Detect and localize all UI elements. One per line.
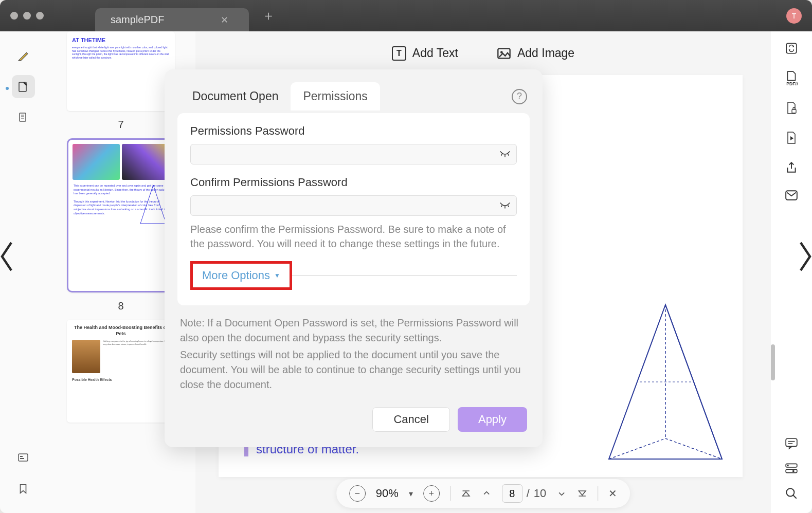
tab-permissions[interactable]: Permissions (291, 82, 380, 111)
prev-page-button[interactable] (481, 488, 492, 499)
highlighter-tool[interactable] (12, 44, 35, 67)
close-tab-icon[interactable]: ✕ (221, 14, 228, 26)
help-button[interactable]: ? (512, 89, 527, 104)
confirm-hint: Please confirm the Permissions Password.… (190, 222, 517, 251)
add-text-label: Add Text (412, 46, 458, 60)
minimize-window-icon[interactable] (23, 12, 31, 20)
zoom-in-button[interactable]: + (423, 485, 440, 502)
bookmark-tool[interactable] (12, 477, 35, 500)
traffic-lights (10, 12, 44, 20)
security-modal: Document Open Permissions ? Permissions … (165, 69, 543, 447)
page-thumbnail-7[interactable]: AT THETIME everyone thought that white l… (67, 31, 175, 111)
pdfa-button[interactable]: PDF/A (785, 70, 798, 86)
thumb-number-8: 8 (118, 300, 123, 312)
svg-point-21 (786, 488, 794, 496)
thumb7-title: AT THETIME (72, 36, 170, 44)
thumb9-title: The Health and Mood-Boosting Benefits of… (72, 325, 170, 337)
avatar[interactable]: T (786, 8, 802, 24)
comment-button[interactable] (785, 437, 798, 450)
text-icon: T (392, 46, 406, 61)
permissions-password-input[interactable] (190, 144, 517, 164)
avatar-letter: T (792, 12, 797, 20)
confirm-password-input[interactable] (190, 195, 517, 216)
prism-illustration-icon (599, 295, 732, 469)
lock-doc-icon (785, 101, 798, 116)
eye-closed-icon (499, 201, 511, 210)
more-options-highlight: More Options ▼ (190, 261, 292, 290)
image-icon (497, 46, 511, 61)
svg-rect-12 (792, 109, 796, 113)
form-icon (17, 452, 29, 464)
chevron-left-icon (0, 241, 14, 272)
properties-button[interactable] (785, 463, 798, 474)
add-text-button[interactable]: T Add Text (392, 46, 458, 61)
play-doc-icon (785, 131, 798, 145)
toggle-password-visibility[interactable] (499, 150, 511, 158)
tab-document-open[interactable]: Document Open (180, 82, 291, 111)
pdfa-icon: PDF/A (785, 70, 798, 86)
note-1: Note: If a Document Open Password is set… (180, 316, 527, 345)
document-tab[interactable]: samplePDF ✕ (95, 8, 249, 31)
edit-tool[interactable] (12, 75, 35, 98)
zoom-level: 90% (376, 487, 399, 500)
page-thumbnail-9[interactable]: The Health and Mood-Boosting Benefits of… (67, 320, 175, 423)
highlighter-icon (16, 49, 30, 63)
sync-icon (785, 42, 798, 55)
zoom-out-button[interactable]: − (349, 485, 366, 502)
svg-line-22 (793, 495, 797, 499)
permissions-password-label: Permissions Password (190, 124, 517, 138)
help-icon: ? (517, 91, 522, 102)
separator (450, 486, 450, 501)
comment-icon (785, 437, 798, 450)
sliders-icon (785, 463, 798, 474)
maximize-window-icon[interactable] (36, 12, 44, 20)
search-button[interactable] (785, 487, 798, 500)
add-tab-icon[interactable]: ＋ (262, 7, 275, 25)
sync-button[interactable] (785, 42, 798, 55)
thumb-number-7: 7 (118, 119, 123, 131)
page-number-input[interactable] (502, 484, 522, 503)
page-sep: / (527, 487, 530, 500)
svg-text:PDF/A: PDF/A (786, 81, 798, 86)
svg-rect-1 (20, 113, 26, 121)
share-icon (785, 161, 798, 174)
window-titlebar: samplePDF ✕ ＋ T (0, 0, 812, 31)
email-button[interactable] (785, 190, 798, 201)
prev-page-arrow[interactable] (0, 241, 14, 272)
svg-rect-6 (20, 456, 23, 457)
first-page-button[interactable] (461, 488, 471, 499)
secure-button[interactable] (785, 101, 798, 116)
left-tool-rail (0, 31, 46, 513)
last-page-button[interactable] (577, 488, 587, 499)
divider (292, 276, 517, 276)
email-icon (785, 190, 798, 201)
pages-tool[interactable] (12, 106, 35, 129)
modal-actions: Cancel Apply (165, 394, 543, 432)
slideshow-button[interactable] (785, 131, 798, 145)
next-page-button[interactable] (556, 488, 567, 499)
add-image-button[interactable]: Add Image (497, 46, 574, 61)
chevron-right-icon (798, 241, 812, 272)
svg-rect-19 (787, 465, 788, 466)
chevron-down-icon: ▼ (274, 272, 280, 279)
page-indicator: / 10 (502, 484, 547, 503)
confirm-password-label: Confirm Permissions Password (190, 176, 517, 189)
form-tool[interactable] (12, 446, 35, 469)
pages-icon (17, 112, 29, 124)
add-image-label: Add Image (517, 46, 574, 60)
permissions-panel: Permissions Password Confirm Permissions… (177, 113, 530, 305)
apply-button[interactable]: Apply (458, 407, 527, 432)
right-scrollbar[interactable] (771, 344, 775, 380)
next-page-arrow[interactable] (798, 241, 812, 272)
page-thumbnail-8[interactable]: This experiment can be repeated over and… (67, 138, 175, 292)
toggle-confirm-visibility[interactable] (499, 201, 511, 210)
cancel-button[interactable]: Cancel (372, 407, 449, 432)
share-button[interactable] (785, 161, 798, 174)
edit-toolbar: T Add Text Add Image (195, 31, 771, 75)
separator (598, 486, 598, 501)
zoom-dropdown-icon[interactable]: ▾ (409, 489, 413, 499)
close-window-icon[interactable] (10, 12, 18, 20)
close-bar-button[interactable]: ✕ (608, 487, 617, 500)
more-options-toggle[interactable]: More Options (202, 269, 270, 282)
note-2: Security settings will not be applied to… (180, 347, 527, 392)
